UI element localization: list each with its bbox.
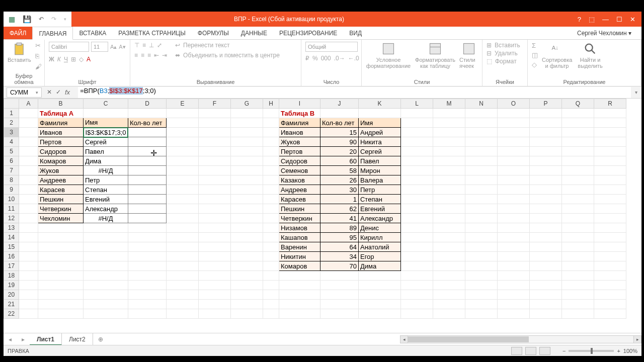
- cell-H14[interactable]: [263, 233, 279, 242]
- cell-Q15[interactable]: [561, 242, 594, 252]
- cell-Q13[interactable]: [561, 223, 594, 233]
- cell-A9[interactable]: [19, 185, 38, 195]
- cell-A17[interactable]: [19, 261, 38, 271]
- font-size-select[interactable]: [91, 42, 108, 52]
- cell-A2[interactable]: [19, 118, 38, 128]
- cell-F22[interactable]: [198, 309, 230, 319]
- row-header-4[interactable]: 4: [4, 137, 19, 147]
- cell-D17[interactable]: [128, 261, 166, 271]
- indent-increase-icon[interactable]: ⇥: [162, 52, 167, 59]
- cell-P4[interactable]: [529, 137, 561, 147]
- ribbon-options-icon[interactable]: ⬚: [586, 16, 598, 23]
- cell-H10[interactable]: [263, 195, 279, 204]
- cell-J16[interactable]: 34: [320, 252, 358, 261]
- cell-E16[interactable]: [166, 252, 198, 261]
- cell-Q4[interactable]: [561, 137, 594, 147]
- autosum-icon[interactable]: Σ: [532, 42, 538, 49]
- cell-E1[interactable]: [166, 109, 198, 118]
- cell-L4[interactable]: [400, 137, 433, 147]
- cell-I12[interactable]: Четверкин: [279, 214, 320, 223]
- cell-R4[interactable]: [594, 137, 626, 147]
- copy-icon[interactable]: ⎘: [35, 52, 42, 60]
- cell-E9[interactable]: [166, 185, 198, 195]
- row-header-7[interactable]: 7: [4, 166, 19, 175]
- cell-B16[interactable]: [38, 252, 84, 261]
- cell-H12[interactable]: [263, 214, 279, 223]
- cell-M9[interactable]: [433, 185, 465, 195]
- cell-P1[interactable]: [529, 109, 561, 118]
- cell-M10[interactable]: [433, 195, 465, 204]
- cell-Q12[interactable]: [561, 214, 594, 223]
- cell-N9[interactable]: [465, 185, 497, 195]
- cell-O7[interactable]: [497, 166, 529, 175]
- col-header-L[interactable]: L: [400, 99, 433, 109]
- cell-Q22[interactable]: [561, 309, 594, 319]
- row-header-1[interactable]: 1: [4, 109, 19, 118]
- increase-font-icon[interactable]: A▴: [110, 44, 117, 50]
- cell-D6[interactable]: [128, 156, 166, 166]
- cell-L1[interactable]: [400, 109, 433, 118]
- cell-F6[interactable]: [198, 156, 230, 166]
- cell-R13[interactable]: [594, 223, 626, 233]
- cell-A19[interactable]: [19, 281, 38, 290]
- cell-A12[interactable]: [19, 214, 38, 223]
- cell-D8[interactable]: [128, 175, 166, 185]
- cell-L19[interactable]: [400, 281, 433, 290]
- row-header-14[interactable]: 14: [4, 233, 19, 242]
- cell-L21[interactable]: [400, 300, 433, 309]
- cell-H22[interactable]: [263, 309, 279, 319]
- cell-E5[interactable]: [166, 147, 198, 156]
- cell-D12[interactable]: [128, 214, 166, 223]
- cell-K20[interactable]: [358, 290, 400, 300]
- cell-R17[interactable]: [594, 261, 626, 271]
- cell-Q16[interactable]: [561, 252, 594, 261]
- cell-R11[interactable]: [594, 204, 626, 214]
- row-header-22[interactable]: 22: [4, 309, 19, 319]
- cell-O17[interactable]: [497, 261, 529, 271]
- row-header-3[interactable]: 3: [4, 128, 19, 137]
- cell-H18[interactable]: [263, 271, 279, 281]
- cell-H9[interactable]: [263, 185, 279, 195]
- cell-G13[interactable]: [230, 223, 263, 233]
- cell-A15[interactable]: [19, 242, 38, 252]
- cell-D22[interactable]: [128, 309, 166, 319]
- cell-I4[interactable]: Жуков: [279, 137, 320, 147]
- cell-P18[interactable]: [529, 271, 561, 281]
- cell-F9[interactable]: [198, 185, 230, 195]
- qat-dropdown-icon[interactable]: ▾: [64, 17, 66, 22]
- cell-K17[interactable]: Дима: [358, 261, 400, 271]
- cell-E3[interactable]: [166, 128, 198, 137]
- cell-L3[interactable]: [400, 128, 433, 137]
- cell-K19[interactable]: [358, 281, 400, 290]
- sheet-tab-1[interactable]: Лист1: [30, 333, 62, 345]
- cell-N3[interactable]: [465, 128, 497, 137]
- cell-R19[interactable]: [594, 281, 626, 290]
- cell-E19[interactable]: [166, 281, 198, 290]
- cell-Q2[interactable]: [561, 118, 594, 128]
- cell-O13[interactable]: [497, 223, 529, 233]
- cell-Q8[interactable]: [561, 175, 594, 185]
- cell-J11[interactable]: 62: [320, 204, 358, 214]
- zoom-slider[interactable]: − + 100%: [562, 348, 637, 354]
- col-header-B[interactable]: B: [38, 99, 84, 109]
- cell-G17[interactable]: [230, 261, 263, 271]
- cell-J20[interactable]: [320, 290, 358, 300]
- cell-B8[interactable]: Андреев: [38, 175, 84, 185]
- cell-C14[interactable]: [84, 233, 128, 242]
- fill-icon[interactable]: ◫: [532, 51, 538, 59]
- cell-R16[interactable]: [594, 252, 626, 261]
- insert-cells-button[interactable]: ⊞Вставить: [487, 42, 520, 49]
- cell-P15[interactable]: [529, 242, 561, 252]
- orientation-icon[interactable]: ⤢: [157, 42, 162, 49]
- cell-L17[interactable]: [400, 261, 433, 271]
- sort-filter-button[interactable]: A↓Сортировка и фильтр: [542, 42, 572, 69]
- cell-N1[interactable]: [465, 109, 497, 118]
- cell-K21[interactable]: [358, 300, 400, 309]
- cell-H7[interactable]: [263, 166, 279, 175]
- cell-G2[interactable]: [230, 118, 263, 128]
- cell-I8[interactable]: Казаков: [279, 175, 320, 185]
- align-left-icon[interactable]: ≡: [134, 52, 138, 59]
- cell-F14[interactable]: [198, 233, 230, 242]
- col-header-J[interactable]: J: [320, 99, 358, 109]
- cell-J9[interactable]: 30: [320, 185, 358, 195]
